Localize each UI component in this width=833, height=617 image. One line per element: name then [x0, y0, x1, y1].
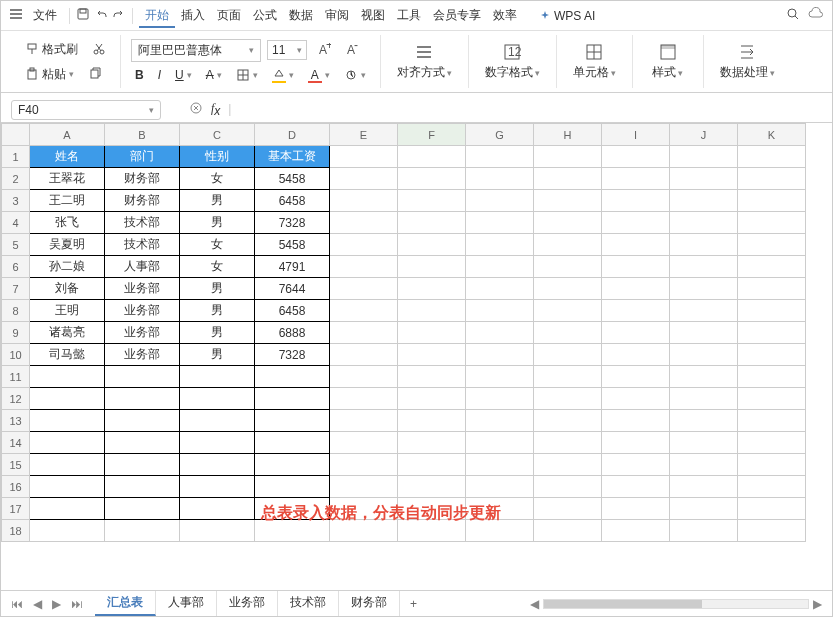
cell[interactable] [670, 322, 738, 344]
redo-icon[interactable] [112, 7, 126, 24]
menu-tab[interactable]: 公式 [247, 4, 283, 26]
row-header[interactable]: 2 [2, 168, 30, 190]
cell[interactable] [30, 388, 105, 410]
number-format-button[interactable]: 12数字格式▾ [479, 40, 546, 83]
bold-icon[interactable]: B [131, 66, 148, 84]
fx-icon[interactable]: fx [211, 101, 220, 118]
cell[interactable] [602, 520, 670, 542]
align-button[interactable]: 对齐方式▾ [391, 40, 458, 83]
cell[interactable] [534, 322, 602, 344]
cell[interactable] [180, 498, 255, 520]
name-box[interactable]: F40▾ [11, 100, 161, 120]
cell[interactable]: 业务部 [105, 300, 180, 322]
cell[interactable] [330, 322, 398, 344]
cell[interactable]: 7644 [255, 278, 330, 300]
cell[interactable] [398, 432, 466, 454]
cell[interactable] [602, 234, 670, 256]
cell[interactable] [466, 366, 534, 388]
cell[interactable]: 男 [180, 190, 255, 212]
sheet-tab[interactable]: 业务部 [217, 591, 278, 616]
menu-tab[interactable]: 页面 [211, 4, 247, 26]
cell[interactable] [602, 146, 670, 168]
cell[interactable]: 女 [180, 256, 255, 278]
cell[interactable] [466, 146, 534, 168]
cell[interactable]: 业务部 [105, 322, 180, 344]
cell[interactable] [30, 520, 105, 542]
search-icon[interactable] [786, 7, 800, 24]
cell[interactable] [534, 520, 602, 542]
cell[interactable]: 业务部 [105, 344, 180, 366]
cell[interactable] [602, 322, 670, 344]
cell[interactable]: 5458 [255, 168, 330, 190]
cell[interactable] [670, 212, 738, 234]
row-header[interactable]: 6 [2, 256, 30, 278]
cell[interactable] [466, 476, 534, 498]
column-header[interactable]: H [534, 124, 602, 146]
cell[interactable] [670, 256, 738, 278]
cell[interactable] [534, 278, 602, 300]
paste-button[interactable]: 粘贴▾ [21, 64, 78, 85]
cell[interactable] [105, 454, 180, 476]
format-painter-button[interactable]: 格式刷 [21, 39, 82, 60]
cell[interactable] [602, 410, 670, 432]
column-header[interactable]: C [180, 124, 255, 146]
cell[interactable] [255, 432, 330, 454]
cell[interactable] [30, 476, 105, 498]
row-header[interactable]: 1 [2, 146, 30, 168]
cell[interactable]: 女 [180, 234, 255, 256]
cell[interactable] [466, 278, 534, 300]
cell[interactable] [398, 278, 466, 300]
cell[interactable] [534, 498, 602, 520]
italic-icon[interactable]: I [154, 66, 165, 84]
cell[interactable]: 王翠花 [30, 168, 105, 190]
cell[interactable] [330, 146, 398, 168]
cell[interactable] [398, 300, 466, 322]
row-header[interactable]: 16 [2, 476, 30, 498]
row-header[interactable]: 11 [2, 366, 30, 388]
cell[interactable] [466, 256, 534, 278]
cell[interactable] [330, 256, 398, 278]
cell[interactable] [738, 212, 806, 234]
cell[interactable] [670, 432, 738, 454]
cell[interactable]: 财务部 [105, 190, 180, 212]
cell[interactable] [466, 234, 534, 256]
cell[interactable] [180, 432, 255, 454]
cell[interactable]: 财务部 [105, 168, 180, 190]
cell[interactable] [670, 190, 738, 212]
font-color-icon[interactable]: A▾ [304, 66, 334, 85]
cell[interactable] [105, 498, 180, 520]
cell[interactable] [738, 388, 806, 410]
cell[interactable] [255, 454, 330, 476]
cell[interactable] [670, 300, 738, 322]
menu-tab[interactable]: 插入 [175, 4, 211, 26]
cell[interactable] [105, 388, 180, 410]
cell[interactable]: 孙二娘 [30, 256, 105, 278]
cell[interactable] [738, 498, 806, 520]
cell[interactable] [466, 432, 534, 454]
cell[interactable] [738, 300, 806, 322]
cell[interactable] [670, 520, 738, 542]
sheet-tab[interactable]: 人事部 [156, 591, 217, 616]
cell[interactable] [330, 476, 398, 498]
cell[interactable] [466, 410, 534, 432]
cell[interactable]: 5458 [255, 234, 330, 256]
cell[interactable] [398, 476, 466, 498]
cell[interactable]: 男 [180, 278, 255, 300]
cell[interactable] [105, 410, 180, 432]
cell[interactable] [738, 146, 806, 168]
cell[interactable] [534, 146, 602, 168]
cell[interactable] [534, 388, 602, 410]
cell[interactable]: 技术部 [105, 234, 180, 256]
data-processing-button[interactable]: 数据处理▾ [714, 40, 781, 83]
cell[interactable] [30, 454, 105, 476]
cell[interactable] [738, 256, 806, 278]
cell[interactable] [330, 454, 398, 476]
cell[interactable] [738, 476, 806, 498]
menu-tab[interactable]: 工具 [391, 4, 427, 26]
cell[interactable] [466, 300, 534, 322]
cell[interactable] [738, 168, 806, 190]
column-header[interactable]: G [466, 124, 534, 146]
cell[interactable] [602, 278, 670, 300]
cell[interactable] [466, 168, 534, 190]
cell[interactable] [398, 454, 466, 476]
